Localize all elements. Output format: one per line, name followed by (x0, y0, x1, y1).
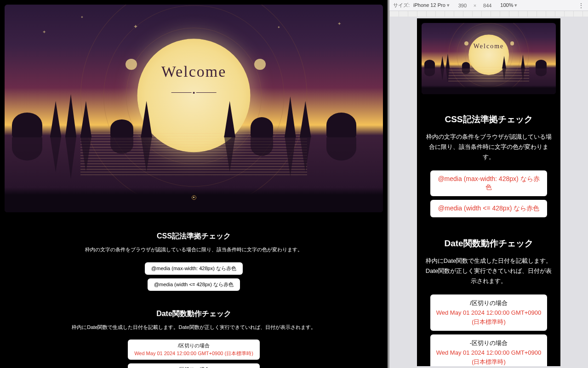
date-card-dash: -区切りの場合 Wed May 01 2024 12:00:00 GMT+090… (430, 334, 547, 366)
date-check-desc: 枠内にDate関数で生成した日付を記載します。Date関数が正しく実行できていれ… (8, 323, 379, 332)
hero-nav-dot[interactable] (192, 195, 196, 200)
date-card-value: Wed May 01 2024 12:00:00 GMT+0900 (日本標準時… (134, 350, 253, 357)
date-check-desc: 枠内にDate関数で生成した日付を記載します。Date関数が正しく実行できていれ… (425, 256, 552, 286)
date-card-label: -区切りの場合 (134, 366, 253, 368)
devtools-responsive-panel: サイズ: iPhone 12 Pro × 100% ⋮ Welcome (389, 0, 588, 368)
css-check-section-mobile: CSS記法準拠チェック 枠内の文字の条件をブラウザが認識している場合に限り、該当… (417, 108, 560, 232)
date-card-slash: /区切りの場合 Wed May 01 2024 12:00:00 GMT+090… (128, 340, 260, 360)
css-check-heading: CSS記法準拠チェック (8, 232, 379, 241)
date-check-heading: Date関数動作チェック (8, 309, 379, 319)
date-card-slash: /区切りの場合 Wed May 01 2024 12:00:00 GMT+090… (430, 294, 547, 331)
desktop-render-panel: ✦ ✦ ✦ ✦ ✦ Welcome (0, 0, 388, 368)
viewport-width-input[interactable] (453, 3, 472, 8)
css-check-heading: CSS記法準拠チェック (425, 113, 552, 125)
date-check-section: Date関数動作チェック 枠内にDate関数で生成した日付を記載します。Date… (0, 304, 388, 368)
welcome-heading: Welcome (161, 63, 227, 80)
date-card-label: -区切りの場合 (436, 339, 542, 347)
css-check-desc: 枠内の文字の条件をブラウザが認識している場合に限り、該当条件時に文字の色が変わり… (425, 132, 552, 162)
hero-image-mobile: Welcome (417, 18, 560, 99)
css-check-section: CSS記法準拠チェック 枠内の文字の条件をブラウザが認識している場合に限り、該当… (0, 226, 388, 304)
date-card-value: Wed May 01 2024 12:00:00 GMT+0900 (日本標準時… (436, 308, 542, 326)
hero-image: ✦ ✦ ✦ ✦ ✦ Welcome (0, 0, 388, 217)
css-check-desc: 枠内の文字の条件をブラウザが認識している場合に限り、該当条件時に文字の色が変わり… (8, 246, 379, 254)
toolbar-size-label: サイズ: (393, 2, 410, 9)
device-viewport-wrapper: Welcome (389, 17, 588, 368)
date-card-label: /区切りの場合 (436, 299, 542, 307)
media-pill-maxwidth: @media (max-width: 428px) なら赤色 (145, 262, 243, 275)
welcome-heading: Welcome (474, 43, 504, 50)
viewport-height-input[interactable] (478, 3, 497, 8)
date-card-value: Wed May 01 2024 12:00:00 GMT+0900 (日本標準時… (436, 348, 542, 366)
date-card-label: /区切りの場合 (134, 342, 253, 349)
date-card-dash: -区切りの場合 Wed May 01 2024 12:00:00 GMT+090… (128, 363, 260, 368)
toolbar-more-icon[interactable]: ⋮ (578, 2, 584, 9)
media-pill-maxwidth: @media (max-width: 428px) なら赤色 (430, 170, 547, 196)
date-check-section-mobile: Date関数動作チェック 枠内にDate関数で生成した日付を記載します。Date… (417, 232, 560, 366)
device-frame[interactable]: Welcome (417, 18, 560, 366)
dimensions-separator: × (474, 3, 476, 8)
zoom-select[interactable]: 100% (500, 2, 517, 8)
ruler (389, 11, 588, 17)
media-pill-rangewidth: @media (width <= 428px) なら赤色 (148, 278, 240, 291)
date-check-heading: Date関数動作チェック (425, 238, 552, 249)
media-pill-rangewidth: @media (width <= 428px) なら赤色 (430, 200, 547, 217)
devtools-toolbar: サイズ: iPhone 12 Pro × 100% ⋮ (389, 0, 588, 11)
device-select[interactable]: iPhone 12 Pro (413, 2, 450, 8)
